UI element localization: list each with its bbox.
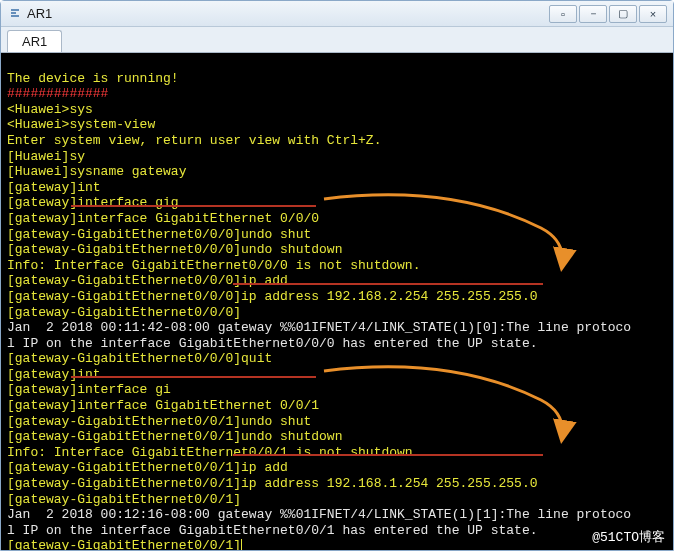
term-line: [Huawei]sy bbox=[7, 149, 85, 164]
term-line: [gateway-GigabitEthernet0/0/1]ip address… bbox=[7, 476, 538, 491]
minimize-button[interactable]: － bbox=[579, 5, 607, 23]
term-line: Enter system view, return user view with… bbox=[7, 133, 381, 148]
term-line: [gateway]interface gig bbox=[7, 195, 179, 210]
term-line: l IP on the interface GigabitEthernet0/0… bbox=[7, 336, 538, 351]
term-line: [gateway-GigabitEthernet0/0/1]ip add bbox=[7, 460, 288, 475]
separator-button[interactable]: ▫ bbox=[549, 5, 577, 23]
term-line: [gateway]interface GigabitEthernet 0/0/1 bbox=[7, 398, 319, 413]
term-line: [gateway-GigabitEthernet0/0/0]ip add bbox=[7, 273, 288, 288]
term-line: Info: Interface GigabitEthernet0/0/1 is … bbox=[7, 445, 420, 460]
term-line: [gateway-GigabitEthernet0/0/0]undo shut bbox=[7, 227, 311, 242]
term-line: [gateway]int bbox=[7, 180, 101, 195]
annotation-underline bbox=[233, 454, 543, 456]
term-line: l IP on the interface GigabitEthernet0/0… bbox=[7, 523, 538, 538]
term-line: Jan 2 2018 00:11:42-08:00 gateway %%01IF… bbox=[7, 320, 631, 335]
term-line: [gateway-GigabitEthernet0/0/0] bbox=[7, 305, 241, 320]
term-line: [gateway-GigabitEthernet0/0/0]ip address… bbox=[7, 289, 538, 304]
close-button[interactable]: × bbox=[639, 5, 667, 23]
term-line: [gateway]int bbox=[7, 367, 101, 382]
term-line: [gateway-GigabitEthernet0/0/0]undo shutd… bbox=[7, 242, 342, 257]
terminal[interactable]: The device is running! ############# <Hu… bbox=[1, 53, 673, 550]
tab-ar1[interactable]: AR1 bbox=[7, 30, 62, 52]
annotation-underline bbox=[233, 283, 543, 285]
term-line: [gateway-GigabitEthernet0/0/1]undo shutd… bbox=[7, 429, 342, 444]
term-line: Jan 2 2018 00:12:16-08:00 gateway %%01IF… bbox=[7, 507, 631, 522]
term-line: [gateway-GigabitEthernet0/0/1] bbox=[7, 538, 242, 550]
term-line: Info: Interface GigabitEthernet0/0/0 is … bbox=[7, 258, 420, 273]
term-line: [Huawei]sysname gateway bbox=[7, 164, 186, 179]
term-line: [gateway-GigabitEthernet0/0/1]undo shut bbox=[7, 414, 311, 429]
term-line: [gateway-GigabitEthernet0/0/0]quit bbox=[7, 351, 272, 366]
maximize-button[interactable]: ▢ bbox=[609, 5, 637, 23]
term-line: ############# bbox=[7, 86, 108, 101]
annotation-underline bbox=[71, 376, 316, 378]
watermark: @51CTO博客 bbox=[592, 530, 665, 546]
term-line: <Huawei>system-view bbox=[7, 117, 155, 132]
term-line: [gateway-GigabitEthernet0/0/1] bbox=[7, 492, 241, 507]
window-title: AR1 bbox=[27, 6, 549, 21]
window-controls: ▫ － ▢ × bbox=[549, 5, 667, 23]
term-line: [gateway]interface GigabitEthernet 0/0/0 bbox=[7, 211, 319, 226]
titlebar[interactable]: AR1 ▫ － ▢ × bbox=[1, 1, 673, 27]
app-icon bbox=[7, 6, 23, 22]
term-line: The device is running! bbox=[7, 71, 179, 86]
term-line: [gateway]interface gi bbox=[7, 382, 171, 397]
cursor-icon bbox=[241, 539, 242, 550]
app-window: AR1 ▫ － ▢ × AR1 The device is running! #… bbox=[0, 0, 674, 551]
term-line: <Huawei>sys bbox=[7, 102, 93, 117]
annotation-underline bbox=[71, 205, 316, 207]
tabbar: AR1 bbox=[1, 27, 673, 53]
